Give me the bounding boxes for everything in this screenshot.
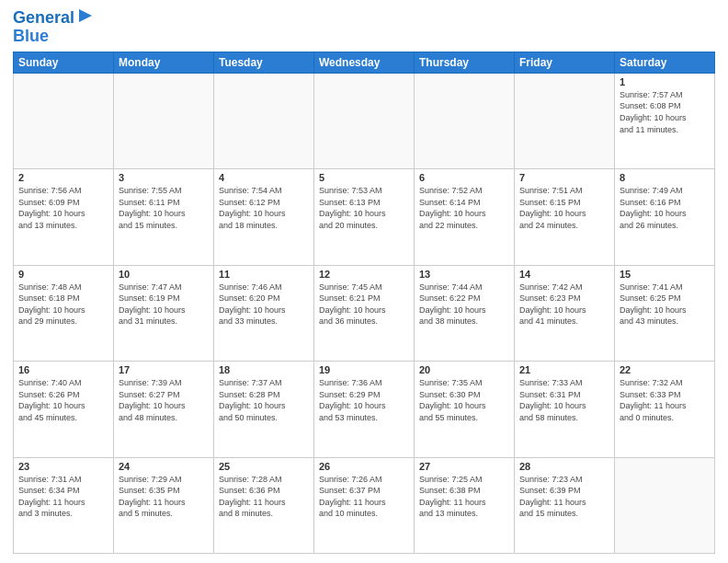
day-info: Sunrise: 7:23 AM Sunset: 6:39 PM Dayligh… [519,474,609,520]
day-info: Sunrise: 7:36 AM Sunset: 6:29 PM Dayligh… [319,377,409,423]
calendar-cell [615,457,715,553]
day-info: Sunrise: 7:25 AM Sunset: 6:38 PM Dayligh… [419,474,509,520]
calendar-header-row: SundayMondayTuesdayWednesdayThursdayFrid… [14,52,715,73]
day-info: Sunrise: 7:52 AM Sunset: 6:14 PM Dayligh… [419,185,509,231]
day-info: Sunrise: 7:45 AM Sunset: 6:21 PM Dayligh… [319,282,409,327]
day-number: 6 [419,172,509,183]
day-info: Sunrise: 7:55 AM Sunset: 6:11 PM Dayligh… [119,185,209,231]
day-number: 8 [620,172,710,183]
weekday-header: Friday [515,52,615,73]
calendar-cell [14,73,114,168]
calendar-cell: 21Sunrise: 7:33 AM Sunset: 6:31 PM Dayli… [515,362,615,457]
logo: General Blue [13,9,94,46]
day-number: 7 [519,172,609,183]
day-number: 16 [18,364,108,375]
calendar-cell: 28Sunrise: 7:23 AM Sunset: 6:39 PM Dayli… [515,457,615,553]
day-number: 11 [219,269,309,280]
calendar-cell: 8Sunrise: 7:49 AM Sunset: 6:16 PM Daylig… [615,169,715,265]
calendar-cell: 19Sunrise: 7:36 AM Sunset: 6:29 PM Dayli… [314,362,415,457]
day-info: Sunrise: 7:28 AM Sunset: 6:36 PM Dayligh… [219,474,309,520]
calendar-week-row: 9Sunrise: 7:48 AM Sunset: 6:18 PM Daylig… [14,265,715,361]
day-info: Sunrise: 7:54 AM Sunset: 6:12 PM Dayligh… [219,185,309,231]
day-info: Sunrise: 7:39 AM Sunset: 6:27 PM Dayligh… [119,377,209,423]
day-number: 19 [319,364,409,375]
calendar-cell: 15Sunrise: 7:41 AM Sunset: 6:25 PM Dayli… [615,265,715,361]
day-number: 20 [419,364,509,375]
calendar-table: SundayMondayTuesdayWednesdayThursdayFrid… [13,52,715,554]
calendar-cell: 10Sunrise: 7:47 AM Sunset: 6:19 PM Dayli… [114,265,214,361]
calendar-week-row: 23Sunrise: 7:31 AM Sunset: 6:34 PM Dayli… [14,457,715,553]
day-info: Sunrise: 7:51 AM Sunset: 6:15 PM Dayligh… [519,185,609,231]
day-number: 1 [620,76,710,87]
day-number: 12 [319,269,409,280]
day-info: Sunrise: 7:35 AM Sunset: 6:30 PM Dayligh… [419,377,509,423]
calendar-cell: 17Sunrise: 7:39 AM Sunset: 6:27 PM Dayli… [114,362,214,457]
weekday-header: Monday [114,52,214,73]
day-number: 10 [119,269,209,280]
calendar-cell [114,73,214,168]
day-number: 25 [219,461,309,472]
calendar-cell: 24Sunrise: 7:29 AM Sunset: 6:35 PM Dayli… [114,457,214,553]
weekday-header: Tuesday [214,52,314,73]
day-info: Sunrise: 7:47 AM Sunset: 6:19 PM Dayligh… [119,282,209,327]
page: General Blue SundayMondayTue [0,0,728,563]
day-number: 3 [119,172,209,183]
calendar-cell: 18Sunrise: 7:37 AM Sunset: 6:28 PM Dayli… [214,362,314,457]
calendar-cell: 26Sunrise: 7:26 AM Sunset: 6:37 PM Dayli… [314,457,415,553]
day-number: 28 [519,461,609,472]
day-info: Sunrise: 7:29 AM Sunset: 6:35 PM Dayligh… [119,474,209,520]
calendar-cell: 14Sunrise: 7:42 AM Sunset: 6:23 PM Dayli… [515,265,615,361]
day-number: 4 [219,172,309,183]
weekday-header: Sunday [14,52,114,73]
logo-arrow-icon [77,7,94,24]
day-number: 21 [519,364,609,375]
day-info: Sunrise: 7:37 AM Sunset: 6:28 PM Dayligh… [219,377,309,423]
calendar-cell: 11Sunrise: 7:46 AM Sunset: 6:20 PM Dayli… [214,265,314,361]
calendar-cell: 16Sunrise: 7:40 AM Sunset: 6:26 PM Dayli… [14,362,114,457]
day-info: Sunrise: 7:49 AM Sunset: 6:16 PM Dayligh… [620,185,710,231]
day-info: Sunrise: 7:26 AM Sunset: 6:37 PM Dayligh… [319,474,409,520]
day-number: 9 [18,269,108,280]
day-info: Sunrise: 7:31 AM Sunset: 6:34 PM Dayligh… [18,474,108,520]
day-number: 2 [18,172,108,183]
day-number: 18 [219,364,309,375]
calendar-cell [214,73,314,168]
calendar-cell: 6Sunrise: 7:52 AM Sunset: 6:14 PM Daylig… [415,169,515,265]
day-number: 5 [319,172,409,183]
day-info: Sunrise: 7:33 AM Sunset: 6:31 PM Dayligh… [519,377,609,423]
calendar-cell [314,73,415,168]
calendar-cell: 9Sunrise: 7:48 AM Sunset: 6:18 PM Daylig… [14,265,114,361]
calendar-cell: 22Sunrise: 7:32 AM Sunset: 6:33 PM Dayli… [615,362,715,457]
day-number: 27 [419,461,509,472]
logo-text: General [13,9,74,28]
day-number: 22 [620,364,710,375]
calendar-cell: 27Sunrise: 7:25 AM Sunset: 6:38 PM Dayli… [415,457,515,553]
calendar-cell: 20Sunrise: 7:35 AM Sunset: 6:30 PM Dayli… [415,362,515,457]
day-info: Sunrise: 7:56 AM Sunset: 6:09 PM Dayligh… [18,185,108,231]
calendar-week-row: 1Sunrise: 7:57 AM Sunset: 6:08 PM Daylig… [14,73,715,168]
day-number: 14 [519,269,609,280]
weekday-header: Wednesday [314,52,415,73]
logo-blue-text: Blue [13,28,94,46]
calendar-cell: 13Sunrise: 7:44 AM Sunset: 6:22 PM Dayli… [415,265,515,361]
calendar-cell: 5Sunrise: 7:53 AM Sunset: 6:13 PM Daylig… [314,169,415,265]
day-info: Sunrise: 7:42 AM Sunset: 6:23 PM Dayligh… [519,282,609,327]
calendar-cell: 3Sunrise: 7:55 AM Sunset: 6:11 PM Daylig… [114,169,214,265]
day-info: Sunrise: 7:46 AM Sunset: 6:20 PM Dayligh… [219,282,309,327]
day-number: 23 [18,461,108,472]
day-info: Sunrise: 7:48 AM Sunset: 6:18 PM Dayligh… [18,282,108,327]
weekday-header: Saturday [615,52,715,73]
day-number: 26 [319,461,409,472]
day-number: 24 [119,461,209,472]
calendar-cell [515,73,615,168]
calendar-cell: 12Sunrise: 7:45 AM Sunset: 6:21 PM Dayli… [314,265,415,361]
day-number: 17 [119,364,209,375]
calendar-cell: 25Sunrise: 7:28 AM Sunset: 6:36 PM Dayli… [214,457,314,553]
calendar-cell: 4Sunrise: 7:54 AM Sunset: 6:12 PM Daylig… [214,169,314,265]
day-info: Sunrise: 7:44 AM Sunset: 6:22 PM Dayligh… [419,282,509,327]
calendar-cell: 1Sunrise: 7:57 AM Sunset: 6:08 PM Daylig… [615,73,715,168]
svg-marker-0 [79,9,92,22]
calendar-week-row: 2Sunrise: 7:56 AM Sunset: 6:09 PM Daylig… [14,169,715,265]
calendar-cell: 7Sunrise: 7:51 AM Sunset: 6:15 PM Daylig… [515,169,615,265]
day-info: Sunrise: 7:32 AM Sunset: 6:33 PM Dayligh… [620,377,710,423]
